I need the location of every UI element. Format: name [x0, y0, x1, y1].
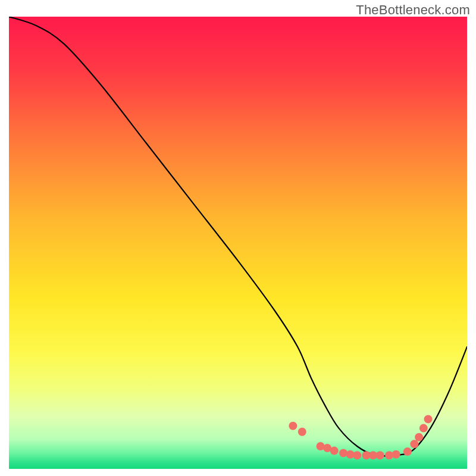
marker-dot [353, 451, 361, 459]
marker-dot [339, 449, 347, 457]
marker-dot [424, 415, 433, 423]
chart-lines [9, 17, 467, 469]
highlight-markers [289, 415, 432, 459]
marker-dot [376, 451, 384, 459]
marker-dot [415, 433, 423, 441]
plot-area [9, 17, 467, 469]
watermark-text: TheBottleneck.com [356, 2, 470, 18]
marker-dot [403, 447, 412, 456]
chart-container: TheBottleneck.com [0, 0, 476, 476]
marker-dot [410, 440, 418, 448]
marker-dot [289, 422, 297, 430]
bottleneck-curve [9, 17, 467, 456]
marker-dot [298, 428, 306, 436]
marker-dot [330, 447, 339, 455]
marker-dot [392, 450, 400, 459]
marker-dot [419, 424, 428, 433]
